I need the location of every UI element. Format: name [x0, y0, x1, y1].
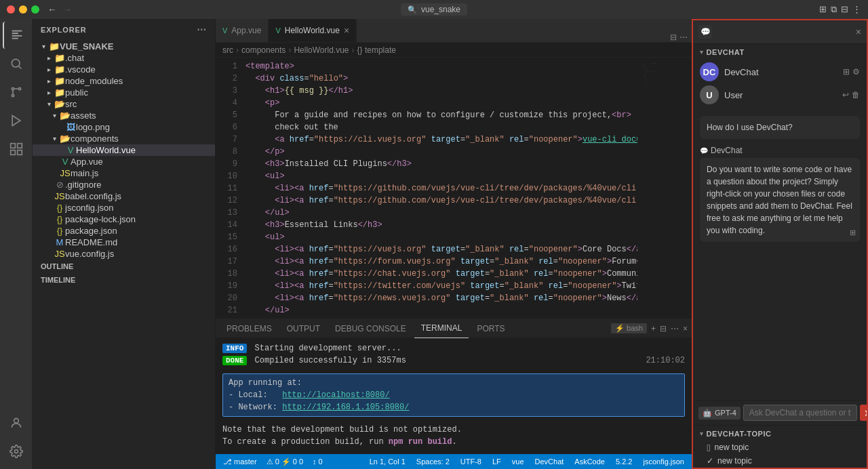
layout-icon[interactable]: ⊞ — [819, 4, 827, 15]
devchat-send-button[interactable]: ➤ — [860, 405, 868, 421]
sidebar-item-components[interactable]: ▾ 📂 components — [33, 133, 215, 144]
devchat-input-field[interactable] — [743, 405, 857, 421]
tab-bar-actions: ⊟ ⋯ — [666, 33, 692, 42]
sidebar-item-label: App.vue — [71, 157, 103, 167]
devchat-topic-header[interactable]: ▾ DEVCHAT-TOPIC — [693, 426, 867, 441]
code-editor[interactable]: 12345 678910 1112131415 1617181920 21222… — [216, 58, 692, 319]
devchat-topic-item-1[interactable]: [] new topic — [693, 441, 867, 454]
split-editor-icon[interactable]: ⊟ — [670, 33, 677, 42]
search-bar[interactable]: 🔍 vue_snake — [401, 3, 467, 16]
devchat-user-actions: ↩ 🗑 — [842, 90, 860, 100]
json-icon: {} — [54, 226, 65, 236]
sidebar-item-mainjs[interactable]: JS main.js — [33, 167, 215, 179]
sidebar-item-packagelock[interactable]: {} package-lock.json — [33, 213, 215, 225]
copy-message-button[interactable]: ⊞ — [850, 227, 856, 239]
sidebar-item-logo[interactable]: 🖼 logo.png — [33, 121, 215, 133]
tab-debug-console[interactable]: DEBUG CONSOLE — [328, 319, 413, 338]
search-value: vue_snake — [421, 5, 460, 14]
activity-settings[interactable] — [3, 438, 30, 465]
tab-output[interactable]: OUTPUT — [280, 319, 327, 338]
sidebar-item-vueconfig[interactable]: JS vue.config.js — [33, 248, 215, 260]
reply-icon[interactable]: ↩ — [842, 90, 849, 100]
tab-ports[interactable]: PORTS — [470, 319, 511, 338]
activity-source-control[interactable] — [3, 79, 30, 106]
maximize-dot[interactable] — [31, 5, 39, 14]
sidebar-project-root[interactable]: ▾ 📁 VUE_SNAKE — [33, 41, 215, 52]
add-terminal-icon[interactable]: + — [651, 324, 656, 333]
sidebar-item-helloworld[interactable]: V HelloWorld.vue — [33, 144, 215, 156]
tab-appvue[interactable]: V App.vue — [216, 19, 269, 42]
status-sync[interactable]: ↕ 0 — [311, 457, 325, 466]
tab-helloworldvue[interactable]: V HelloWorld.vue × — [269, 19, 357, 42]
devchat-section-header[interactable]: ▾ DEVCHAT — [693, 44, 867, 59]
sidebar-item-node-modules[interactable]: ▸ 📁 node_modules — [33, 75, 215, 87]
sidebar-item-packagejson[interactable]: {} package.json — [33, 225, 215, 237]
panel-icon[interactable]: ⊟ — [841, 4, 848, 15]
terminal-line: Note that the development build is not o… — [222, 424, 685, 436]
more-icon[interactable]: ⋮ — [852, 4, 861, 15]
settings-icon[interactable]: ⚙ — [852, 67, 860, 77]
new-file-icon[interactable]: ⋯ — [197, 24, 207, 35]
sidebar-section-outline[interactable]: OUTLINE — [33, 260, 215, 273]
activity-extensions[interactable] — [3, 136, 30, 163]
avatar-icon: U — [706, 90, 712, 100]
devchat-user-devchat[interactable]: DC DevChat ⊞ ⚙ — [693, 60, 867, 83]
close-dot[interactable] — [7, 5, 15, 14]
status-language[interactable]: vue — [510, 457, 526, 466]
devchat-user-user[interactable]: U User ↩ 🗑 — [693, 83, 867, 106]
status-encoding[interactable]: UTF-8 — [458, 457, 484, 466]
sidebar-item-label: node_modules — [65, 76, 123, 86]
status-branch[interactable]: ⎇ master — [221, 457, 259, 466]
delete-icon[interactable]: 🗑 — [852, 90, 860, 100]
nav-forward[interactable]: → — [62, 4, 72, 15]
split-icon[interactable]: ⧉ — [831, 4, 837, 15]
split-terminal-icon[interactable]: ⊟ — [660, 324, 667, 333]
devchat-avatar: DC — [700, 62, 719, 81]
breadcrumb-components[interactable]: components — [241, 45, 285, 55]
copy-icon[interactable]: ⊞ — [843, 67, 850, 77]
sidebar-item-public[interactable]: ▸ 📁 public — [33, 87, 215, 98]
sidebar-item-chat[interactable]: ▸ 📁 .chat — [33, 52, 215, 64]
model-selector[interactable]: 🤖 GPT-4 — [698, 407, 741, 420]
js-icon: JS — [54, 249, 65, 259]
devchat-close-button[interactable]: × — [856, 26, 861, 37]
vue-icon: V — [65, 145, 76, 155]
status-errors[interactable]: ⚠ 0 ⚡ 0 0 — [264, 457, 305, 466]
window-controls[interactable] — [7, 5, 39, 14]
sidebar-item-readme[interactable]: M README.md — [33, 237, 215, 248]
minimize-dot[interactable] — [19, 5, 27, 14]
close-panel-icon[interactable]: × — [683, 324, 688, 333]
breadcrumb-section[interactable]: {} template — [357, 45, 396, 55]
tab-terminal[interactable]: TERMINAL — [414, 319, 469, 338]
activity-debug[interactable] — [3, 107, 30, 134]
status-devchat[interactable]: DevChat — [533, 457, 566, 466]
tab-close-icon[interactable]: × — [344, 25, 349, 36]
devchat-topic-item-2[interactable]: ✓ new topic — [693, 454, 867, 468]
activity-explorer[interactable] — [3, 22, 30, 49]
sidebar-item-babelconfig[interactable]: JS babel.config.js — [33, 190, 215, 202]
titlebar: ← → 🔍 vue_snake ⊞ ⧉ ⊟ ⋮ — [0, 0, 868, 19]
activity-search[interactable] — [3, 50, 30, 77]
sidebar-item-src[interactable]: ▾ 📂 src — [33, 98, 215, 110]
sidebar-item-appvue[interactable]: V App.vue — [33, 156, 215, 167]
sidebar-section-timeline[interactable]: TIMELINE — [33, 273, 215, 287]
breadcrumb-file[interactable]: HelloWorld.vue — [294, 45, 349, 55]
status-line-ending[interactable]: LF — [490, 457, 503, 466]
terminal-content[interactable]: INFO Starting development server... DONE… — [216, 338, 692, 454]
terminal-more-icon[interactable]: ⋯ — [671, 324, 679, 333]
activity-account[interactable] — [3, 409, 30, 436]
minimap: <template> <div> <h1> <p> For a guide </… — [637, 58, 692, 319]
breadcrumb-src[interactable]: src — [222, 45, 233, 55]
devchat-chat-area[interactable]: How do I use DevChat? 💬 DevChat Do you w… — [693, 108, 867, 400]
status-askcode[interactable]: AskCode — [572, 457, 607, 466]
sidebar-item-assets[interactable]: ▾ 📂 assets — [33, 110, 215, 121]
sidebar-item-gitignore[interactable]: ⊘ .gitignore — [33, 179, 215, 190]
status-position[interactable]: Ln 1, Col 1 — [368, 457, 408, 466]
status-spaces[interactable]: Spaces: 2 — [414, 457, 452, 466]
devchat-logo: 💬 — [701, 27, 711, 37]
nav-back[interactable]: ← — [47, 4, 57, 15]
tab-problems[interactable]: PROBLEMS — [220, 319, 279, 338]
sidebar-item-vscode[interactable]: ▸ 📁 .vscode — [33, 64, 215, 75]
more-actions-icon[interactable]: ⋯ — [679, 33, 688, 42]
sidebar-item-jsconfig[interactable]: {} jsconfig.json — [33, 202, 215, 213]
